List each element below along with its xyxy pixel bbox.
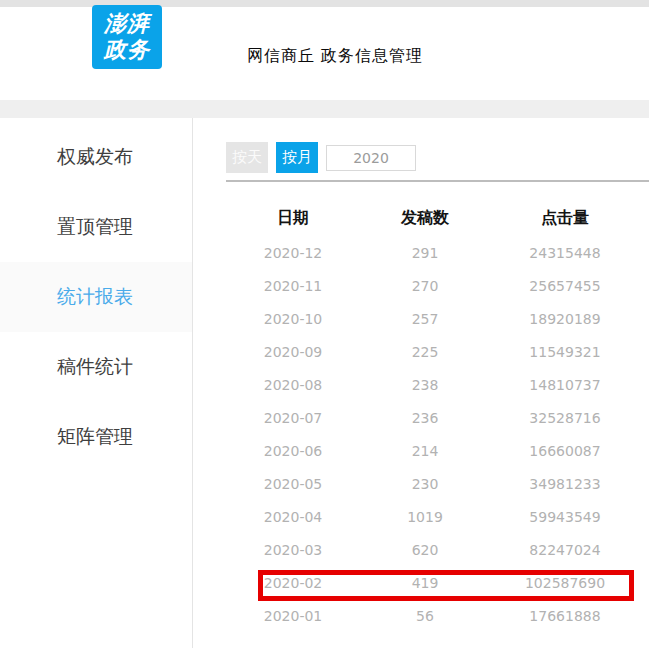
table-body: 2020-12 291 24315448 2020-11 270 2565745… (226, 236, 649, 632)
cell-click-count: 82247024 (490, 542, 640, 558)
table-header-row: 日期 发稿数 点击量 (226, 182, 649, 236)
sidebar-item-matrix-management[interactable]: 矩阵管理 (0, 402, 192, 472)
sidebar: 权威发布 置顶管理 统计报表 稿件统计 矩阵管理 (0, 118, 193, 648)
page-title: 网信商丘 政务信息管理 (247, 46, 423, 67)
sidebar-item-label: 置顶管理 (57, 214, 133, 240)
cell-click-count: 59943549 (490, 509, 640, 525)
tab-by-day[interactable]: 按天 (226, 142, 268, 173)
cell-click-count: 14810737 (490, 377, 640, 393)
cell-date: 2020-05 (226, 476, 360, 492)
table-row: 2020-11 270 25657455 (226, 269, 649, 302)
sidebar-item-statistics-report[interactable]: 统计报表 (0, 262, 192, 332)
table-row: 2020-10 257 18920189 (226, 302, 649, 335)
cell-click-count: 25657455 (490, 278, 640, 294)
cell-date: 2020-11 (226, 278, 360, 294)
sidebar-item-label: 矩阵管理 (57, 424, 133, 450)
cell-click-count: 16660087 (490, 443, 640, 459)
cell-click-count: 11549321 (490, 344, 640, 360)
cell-date: 2020-09 (226, 344, 360, 360)
cell-click-count: 32528716 (490, 410, 640, 426)
cell-date: 2020-08 (226, 377, 360, 393)
toolbar: 按天 按月 (226, 142, 416, 173)
cell-click-count: 102587690 (490, 575, 640, 591)
table-row: 2020-08 238 14810737 (226, 368, 649, 401)
main-content: 按天 按月 日期 发稿数 点击量 2020-12 291 24315448 20… (194, 118, 649, 648)
col-header-click-count: 点击量 (490, 208, 640, 229)
cell-post-count: 257 (360, 311, 490, 327)
cell-post-count: 291 (360, 245, 490, 261)
cell-click-count: 24315448 (490, 245, 640, 261)
table-row: 2020-01 56 17661888 (226, 599, 649, 632)
header-divider-strip (0, 100, 649, 118)
cell-date: 2020-10 (226, 311, 360, 327)
table-row: 2020-09 225 11549321 (226, 335, 649, 368)
cell-post-count: 236 (360, 410, 490, 426)
cell-post-count: 238 (360, 377, 490, 393)
stats-table: 日期 发稿数 点击量 2020-12 291 24315448 2020-11 … (226, 182, 649, 632)
cell-date: 2020-04 (226, 509, 360, 525)
sidebar-item-article-statistics[interactable]: 稿件统计 (0, 332, 192, 402)
cell-post-count: 225 (360, 344, 490, 360)
cell-date: 2020-07 (226, 410, 360, 426)
cell-date: 2020-01 (226, 608, 360, 624)
sidebar-item-pinned-management[interactable]: 置顶管理 (0, 192, 192, 262)
cell-post-count: 56 (360, 608, 490, 624)
table-row: 2020-03 620 82247024 (226, 533, 649, 566)
table-row: 2020-07 236 32528716 (226, 401, 649, 434)
sidebar-item-authoritative-release[interactable]: 权威发布 (0, 122, 192, 192)
table-row: 2020-04 1019 59943549 (226, 500, 649, 533)
cell-post-count: 230 (360, 476, 490, 492)
cell-post-count: 419 (360, 575, 490, 591)
tab-by-month[interactable]: 按月 (276, 142, 318, 173)
table-row: 2020-02 419 102587690 (226, 566, 649, 599)
cell-post-count: 1019 (360, 509, 490, 525)
cell-click-count: 34981233 (490, 476, 640, 492)
sidebar-item-label: 稿件统计 (57, 354, 133, 380)
table-row: 2020-06 214 16660087 (226, 434, 649, 467)
sidebar-item-label: 统计报表 (57, 284, 133, 310)
year-input[interactable] (326, 145, 416, 171)
cell-date: 2020-06 (226, 443, 360, 459)
pengpai-gov-logo: 澎湃 政务 (92, 5, 162, 69)
logo-text-line2: 政务 (104, 37, 150, 63)
col-header-date: 日期 (226, 208, 360, 229)
cell-click-count: 18920189 (490, 311, 640, 327)
cell-post-count: 270 (360, 278, 490, 294)
cell-click-count: 17661888 (490, 608, 640, 624)
sidebar-item-label: 权威发布 (57, 144, 133, 170)
cell-date: 2020-02 (226, 575, 360, 591)
cell-post-count: 214 (360, 443, 490, 459)
table-row: 2020-05 230 34981233 (226, 467, 649, 500)
col-header-post-count: 发稿数 (360, 208, 490, 229)
app-window: 澎湃 政务 网信商丘 政务信息管理 权威发布 置顶管理 统计报表 稿件统计 矩阵… (0, 0, 649, 648)
cell-date: 2020-03 (226, 542, 360, 558)
logo-text-line1: 澎湃 (104, 11, 150, 37)
cell-post-count: 620 (360, 542, 490, 558)
table-row: 2020-12 291 24315448 (226, 236, 649, 269)
cell-date: 2020-12 (226, 245, 360, 261)
